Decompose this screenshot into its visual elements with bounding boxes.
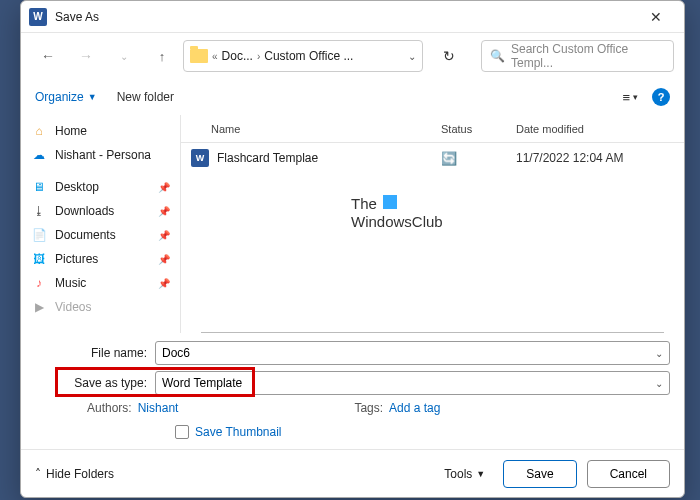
word-file-icon: W bbox=[191, 149, 209, 167]
tags-value[interactable]: Add a tag bbox=[389, 401, 440, 415]
organize-button[interactable]: Organize ▼ bbox=[35, 90, 97, 104]
sidebar-item-videos[interactable]: ▶Videos bbox=[21, 295, 180, 319]
sidebar-label: Pictures bbox=[55, 252, 98, 266]
filename-input[interactable]: Doc6 ⌄ bbox=[155, 341, 670, 365]
organize-label: Organize bbox=[35, 90, 84, 104]
desktop-icon: 🖥 bbox=[31, 179, 47, 195]
dropdown-icon: ▼ bbox=[88, 92, 97, 102]
save-thumbnail-label[interactable]: Save Thumbnail bbox=[195, 425, 282, 439]
document-icon: 📄 bbox=[31, 227, 47, 243]
word-app-icon: W bbox=[29, 8, 47, 26]
sidebar-item-home[interactable]: ⌂Home bbox=[21, 119, 180, 143]
chevron-down-icon[interactable]: ⌄ bbox=[655, 348, 663, 359]
pin-icon: 📌 bbox=[158, 206, 170, 217]
download-icon: ⭳ bbox=[31, 203, 47, 219]
sidebar-item-desktop[interactable]: 🖥Desktop📌 bbox=[21, 175, 180, 199]
chevron-left-icon: « bbox=[212, 51, 218, 62]
watermark-square-icon bbox=[383, 195, 397, 209]
toolbar: Organize ▼ New folder ≡ ▾ ? bbox=[21, 79, 684, 115]
cloud-icon: ☁ bbox=[31, 147, 47, 163]
sidebar-label: Videos bbox=[55, 300, 91, 314]
titlebar: W Save As ✕ bbox=[21, 1, 684, 33]
column-date[interactable]: Date modified bbox=[516, 123, 684, 135]
filetype-value: Word Template bbox=[162, 376, 242, 390]
filename-label: File name: bbox=[35, 346, 155, 360]
sidebar-item-music[interactable]: ♪Music📌 bbox=[21, 271, 180, 295]
video-icon: ▶ bbox=[31, 299, 47, 315]
tools-button[interactable]: Tools ▼ bbox=[444, 467, 485, 481]
tools-label: Tools bbox=[444, 467, 472, 481]
tags-label: Tags: bbox=[354, 401, 383, 415]
footer: ˄ Hide Folders Tools ▼ Save Cancel bbox=[21, 449, 684, 497]
breadcrumb-dropdown-icon[interactable]: ⌄ bbox=[408, 51, 416, 62]
dropdown-icon: ▾ bbox=[633, 92, 638, 102]
form-area: File name: Doc6 ⌄ Save as type: Word Tem… bbox=[21, 333, 684, 449]
sidebar-label: Desktop bbox=[55, 180, 99, 194]
music-icon: ♪ bbox=[31, 275, 47, 291]
view-mode-button[interactable]: ≡ ▾ bbox=[622, 90, 638, 105]
column-status[interactable]: Status bbox=[441, 123, 516, 135]
recent-dropdown-icon[interactable]: ⌄ bbox=[107, 41, 141, 71]
hide-folders-label: Hide Folders bbox=[46, 467, 114, 481]
pin-icon: 📌 bbox=[158, 254, 170, 265]
sidebar-label: Downloads bbox=[55, 204, 114, 218]
watermark-line2: WindowsClub bbox=[351, 213, 443, 230]
save-button[interactable]: Save bbox=[503, 460, 576, 488]
cancel-button[interactable]: Cancel bbox=[587, 460, 670, 488]
file-name: Flashcard Templae bbox=[217, 151, 441, 165]
file-row[interactable]: W Flashcard Templae 🔄 11/7/2022 12:04 AM bbox=[181, 143, 684, 173]
up-button[interactable]: ↑ bbox=[145, 41, 179, 71]
search-input[interactable]: 🔍 Search Custom Office Templ... bbox=[481, 40, 674, 72]
filename-value: Doc6 bbox=[162, 346, 190, 360]
sidebar-label: Documents bbox=[55, 228, 116, 242]
chevron-right-icon: › bbox=[257, 51, 260, 62]
pin-icon: 📌 bbox=[158, 278, 170, 289]
forward-button[interactable]: → bbox=[69, 41, 103, 71]
search-icon: 🔍 bbox=[490, 49, 505, 63]
save-thumbnail-checkbox[interactable] bbox=[175, 425, 189, 439]
sidebar-label: Music bbox=[55, 276, 86, 290]
search-placeholder: Search Custom Office Templ... bbox=[511, 42, 665, 70]
pictures-icon: 🖼 bbox=[31, 251, 47, 267]
sidebar-label: Home bbox=[55, 124, 87, 138]
new-folder-button[interactable]: New folder bbox=[117, 90, 174, 104]
window-title: Save As bbox=[55, 10, 636, 24]
pin-icon: 📌 bbox=[158, 182, 170, 193]
help-button[interactable]: ? bbox=[652, 88, 670, 106]
file-date: 11/7/2022 12:04 AM bbox=[516, 151, 684, 165]
nav-bar: ← → ⌄ ↑ « Doc... › Custom Office ... ⌄ ↻… bbox=[21, 33, 684, 79]
filetype-label: Save as type: bbox=[35, 376, 155, 390]
watermark-line1: The bbox=[351, 195, 377, 212]
pin-icon: 📌 bbox=[158, 230, 170, 241]
breadcrumb[interactable]: « Doc... › Custom Office ... ⌄ bbox=[183, 40, 423, 72]
chevron-up-icon: ˄ bbox=[35, 467, 41, 481]
chevron-down-icon[interactable]: ⌄ bbox=[655, 378, 663, 389]
sync-icon: 🔄 bbox=[441, 151, 516, 166]
list-icon: ≡ bbox=[622, 90, 630, 105]
hide-folders-button[interactable]: ˄ Hide Folders bbox=[35, 467, 114, 481]
save-as-dialog: W Save As ✕ ← → ⌄ ↑ « Doc... › Custom Of… bbox=[20, 0, 685, 498]
breadcrumb-seg1[interactable]: Doc... bbox=[222, 49, 253, 63]
close-button[interactable]: ✕ bbox=[636, 2, 676, 32]
breadcrumb-seg2[interactable]: Custom Office ... bbox=[264, 49, 353, 63]
sidebar-item-documents[interactable]: 📄Documents📌 bbox=[21, 223, 180, 247]
home-icon: ⌂ bbox=[31, 123, 47, 139]
sidebar-item-onedrive[interactable]: ☁Nishant - Persona bbox=[21, 143, 180, 167]
dropdown-icon: ▼ bbox=[476, 469, 485, 479]
refresh-button[interactable]: ↻ bbox=[433, 41, 465, 71]
sidebar-item-pictures[interactable]: 🖼Pictures📌 bbox=[21, 247, 180, 271]
back-button[interactable]: ← bbox=[31, 41, 65, 71]
file-list-pane: Name Status Date modified W Flashcard Te… bbox=[181, 115, 684, 333]
column-name[interactable]: Name bbox=[211, 123, 441, 135]
filetype-select[interactable]: Word Template ⌄ bbox=[155, 371, 670, 395]
sidebar-label: Nishant - Persona bbox=[55, 148, 151, 162]
column-headers: Name Status Date modified bbox=[181, 115, 684, 143]
sidebar: ⌂Home ☁Nishant - Persona 🖥Desktop📌 ⭳Down… bbox=[21, 115, 181, 333]
folder-icon bbox=[190, 49, 208, 63]
authors-label: Authors: bbox=[87, 401, 132, 415]
authors-value[interactable]: Nishant bbox=[138, 401, 179, 415]
watermark: The WindowsClub bbox=[351, 195, 443, 231]
sidebar-item-downloads[interactable]: ⭳Downloads📌 bbox=[21, 199, 180, 223]
